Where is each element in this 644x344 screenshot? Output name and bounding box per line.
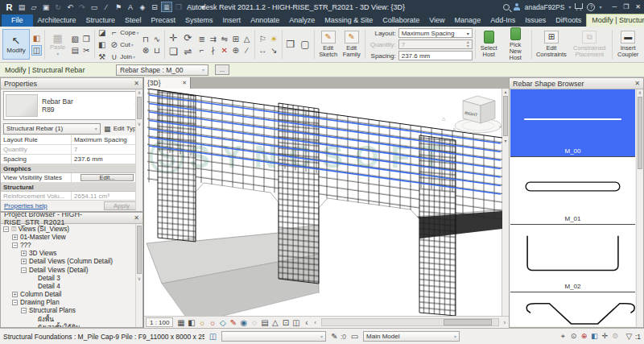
paste-button[interactable]: ▦ Paste ▾ <box>47 29 68 60</box>
beam-cope-icon[interactable]: ⊓ <box>140 34 151 44</box>
properties-close-icon[interactable]: ✕ <box>134 80 139 87</box>
collapse-viewbar-icon[interactable]: ‹ <box>301 317 312 328</box>
minimize-button[interactable]: ─ <box>612 3 617 10</box>
clipboard-cut-icon[interactable]: ✂ <box>81 45 92 56</box>
project-browser-close-icon[interactable]: ✕ <box>134 214 139 222</box>
measure-ruler-icon[interactable]: ∕ <box>242 45 252 56</box>
username[interactable]: anadaF92PS <box>525 3 565 11</box>
edit-constraints-button[interactable]: ⊞ Edit Constraints <box>535 27 568 61</box>
rebar-shape-more-button[interactable]: ... <box>215 64 229 75</box>
cut-button[interactable]: ⊘Cut▾ <box>109 39 138 50</box>
move-icon[interactable]: ✛ <box>167 31 180 44</box>
pin-icon[interactable]: ⊕ <box>230 45 241 56</box>
crop-view-icon[interactable]: ◇ <box>217 317 228 328</box>
rotate-icon[interactable]: ⟳ <box>182 31 194 44</box>
revit-logo[interactable]: R <box>3 2 15 12</box>
file-menu-icon[interactable]: ▤ <box>16 2 27 12</box>
selection-combo[interactable]: Structural Rebar (1)▾ <box>3 123 101 135</box>
canvas-horizontal-scrollbar[interactable] <box>321 318 499 326</box>
tab-insert[interactable]: Insert <box>218 15 246 27</box>
tree-item[interactable]: −Detail Views (Detail) <box>1 266 142 274</box>
selection-filter[interactable]: ▽:1 <box>624 331 641 342</box>
search-icon[interactable] <box>503 4 510 10</box>
rebar-shape-card-m_00[interactable]: M_00 <box>510 89 635 157</box>
tab-precast[interactable]: Precast <box>147 15 181 27</box>
tree-item[interactable]: +3D Views <box>1 250 142 258</box>
wall-joins-icon[interactable]: ⊔ <box>151 45 162 56</box>
tab-collaborate[interactable]: Collaborate <box>378 15 424 27</box>
rebar-shape-browser-close-icon[interactable]: ✕ <box>634 80 640 87</box>
aligned-dimension-icon[interactable]: ↘ <box>269 45 279 56</box>
tree-item[interactable]: −??? <box>1 241 142 249</box>
tab-diroots[interactable]: DiRoots <box>551 15 586 27</box>
print-icon[interactable]: ▭ <box>89 2 100 12</box>
drawing-area[interactable]: Ⓢ SYNCSOFT <box>143 77 509 328</box>
select-pinned-icon[interactable]: ⊕ <box>579 331 589 342</box>
shadows-icon[interactable]: ☼ <box>207 317 217 328</box>
temporary-view-properties-icon[interactable]: ▤ <box>259 317 270 328</box>
type-selector[interactable]: Rebar Bar R89 ▾ <box>3 91 140 120</box>
cut-profile-icon[interactable]: ∿ <box>151 34 162 44</box>
join-unjoin-icon[interactable]: ⊗ <box>140 45 151 56</box>
help-chevron-icon[interactable]: ▾ <box>599 4 601 10</box>
drag-select-icon[interactable]: ◫ <box>31 45 42 56</box>
property-row[interactable]: Spacing237.6 mm <box>1 155 142 164</box>
tree-item[interactable]: −Structural Plans <box>1 307 142 315</box>
rebar-shape-select[interactable]: Rebar Shape : M_00▾ <box>116 64 208 76</box>
spacing-input[interactable]: 237.6 mm <box>398 51 473 60</box>
match-type-icon[interactable]: ▤ <box>70 45 80 56</box>
measure-qat-icon[interactable]: ∕ <box>101 2 112 12</box>
create-group-icon[interactable]: ▢ <box>299 39 311 51</box>
tab-modify-structural-rebar[interactable]: Modify | Structural Rebar <box>586 14 644 27</box>
trim-extend-icon[interactable]: ⌐ <box>196 45 207 56</box>
match-properties-icon[interactable]: ▧ <box>70 34 80 44</box>
create-similar-icon[interactable]: ❒ <box>284 39 296 51</box>
insert-coupler-button[interactable]: ▬ Insert Coupler <box>614 27 642 61</box>
project-browser-scrollbar[interactable]: ∨ <box>135 224 142 327</box>
select-host-button[interactable]: Select Host <box>477 27 500 61</box>
viewcube[interactable]: ⌂ N E S W RIGHT <box>442 96 502 136</box>
tag-icon[interactable]: ⚑ <box>113 2 124 12</box>
show-crop-icon[interactable]: ✎ <box>228 317 238 328</box>
measure-icon[interactable]: ↔ <box>258 45 268 56</box>
highlight-displacement-icon[interactable]: ⊡ <box>280 317 291 328</box>
properties-scrollbar[interactable]: ∧∨ <box>135 89 142 211</box>
pick-new-host-button[interactable]: Pick New Host <box>502 27 529 61</box>
modify-button[interactable]: ↖ Modify <box>2 29 30 60</box>
text-icon[interactable]: A <box>125 2 136 12</box>
delete-icon[interactable]: ✕ <box>219 45 229 56</box>
tab-annotate[interactable]: Annotate <box>246 15 284 27</box>
activate-dimensions-icon[interactable]: ⚐ <box>258 34 268 44</box>
split-element-icon[interactable]: ◧ <box>97 39 107 50</box>
active-workset-select[interactable]: ▾ <box>221 331 326 342</box>
edit-sketch-button[interactable]: ✎ Edit Sketch <box>317 27 339 61</box>
tree-item[interactable]: +Column Detail <box>1 291 142 299</box>
demolish-hammer-icon[interactable]: ⚒ <box>97 52 107 62</box>
scale-icon[interactable]: △ <box>242 34 252 44</box>
tab-structure[interactable]: Structure <box>81 15 121 27</box>
3d-view-canvas[interactable]: ⌂ N E S W RIGHT <box>144 89 502 316</box>
tree-item[interactable]: −Drawing Plan <box>1 299 142 307</box>
drag-on-selection-icon[interactable]: ✛ <box>600 331 610 342</box>
paint-icon[interactable]: ◪ <box>97 27 107 38</box>
restore-button[interactable]: ❐ <box>623 3 629 10</box>
tree-item[interactable]: Detail 4 <box>1 282 142 290</box>
properties-help-link[interactable]: Properties help <box>4 202 47 209</box>
split-icon[interactable]: ∤ <box>208 45 218 56</box>
property-row[interactable]: Quantity7 <box>1 145 142 155</box>
mirror-project-icon[interactable]: ⇋ <box>219 34 229 44</box>
tab-file[interactable]: File <box>2 15 33 27</box>
home-icon[interactable]: ⌂ <box>442 116 445 122</box>
worksharing-display-icon[interactable]: ◫ <box>291 317 301 328</box>
join-button[interactable]: ∪Join▾ <box>109 52 138 62</box>
section-icon[interactable]: ⊟ <box>149 2 160 12</box>
view-tab-close-icon[interactable]: ✕ <box>182 80 187 86</box>
detail-level-icon[interactable]: ▦ <box>175 317 186 328</box>
clipboard-copy-icon[interactable]: ❐ <box>81 34 92 44</box>
tree-item[interactable]: −◫Views (SI_Views) <box>1 225 142 233</box>
layout-select[interactable]: Maximum Spacing▾ <box>398 28 473 38</box>
tab-analyze[interactable]: Analyze <box>284 15 320 27</box>
app-store-cart-icon[interactable] <box>575 3 583 9</box>
tab-view[interactable]: View <box>424 15 449 27</box>
rebar-shape-browser-scrollbar[interactable]: ∧ <box>636 89 643 327</box>
